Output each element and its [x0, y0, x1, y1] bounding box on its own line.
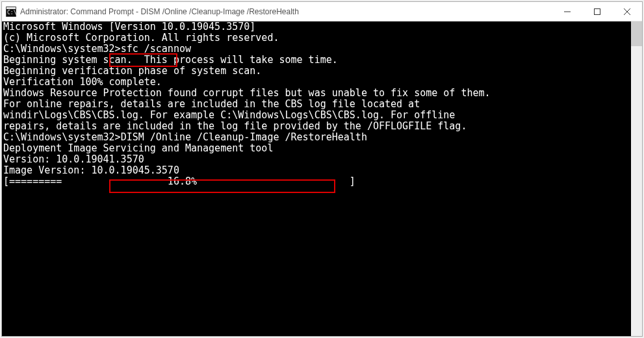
output-line: Beginning verification phase of system s… [3, 66, 631, 77]
scrollbar-thumb[interactable] [631, 21, 642, 46]
window-title: Administrator: Command Prompt - DISM /On… [20, 7, 552, 16]
prompt-line: C:\Windows\system32>DISM /Online /Cleanu… [3, 132, 631, 143]
output-line: windir\Logs\CBS\CBS.log. For example C:\… [3, 110, 631, 121]
output-line: Beginning system scan. This process will… [3, 55, 631, 66]
output-line: Verification 100% complete. [3, 77, 631, 88]
vertical-scrollbar[interactable] [631, 21, 642, 336]
cmd-window: C:\ Administrator: Command Prompt - DISM… [1, 1, 643, 337]
output-line: For online repairs, details are included… [3, 99, 631, 110]
output-line: (c) Microsoft Corporation. All rights re… [3, 32, 631, 44]
scrollbar-track[interactable] [631, 21, 642, 336]
minimize-button[interactable] [552, 2, 582, 21]
window-controls [552, 2, 642, 21]
svg-text:C:\: C:\ [7, 10, 16, 16]
titlebar[interactable]: C:\ Administrator: Command Prompt - DISM… [2, 2, 642, 21]
prompt-line: C:\Windows\system32>sfc /scannow [3, 44, 631, 55]
console-area: Microsoft Windows [Version 10.0.19045.35… [2, 21, 642, 336]
prompt-prefix: C:\Windows\system32> [3, 131, 121, 143]
output-line: repairs, details are included in the log… [3, 121, 631, 132]
close-button[interactable] [612, 2, 642, 21]
svg-rect-1 [6, 7, 16, 9]
output-line: Image Version: 10.0.19045.3570 [3, 165, 631, 176]
output-line: Windows Resource Protection found corrup… [3, 88, 631, 99]
console-output[interactable]: Microsoft Windows [Version 10.0.19045.35… [2, 21, 631, 336]
prompt-prefix: C:\Windows\system32> [3, 43, 121, 55]
cmd-icon: C:\ [6, 6, 16, 17]
output-line: Deployment Image Servicing and Managemen… [3, 143, 631, 154]
command-text: sfc /scannow [121, 43, 191, 55]
maximize-button[interactable] [582, 2, 612, 21]
progress-line: [========= 16.8% ] [3, 176, 631, 187]
command-text: DISM /Online /Cleanup-Image /RestoreHeal… [121, 131, 367, 143]
output-line: Version: 10.0.19041.3570 [3, 154, 631, 165]
output-line: Microsoft Windows [Version 10.0.19045.35… [3, 21, 631, 32]
svg-rect-4 [595, 8, 600, 14]
